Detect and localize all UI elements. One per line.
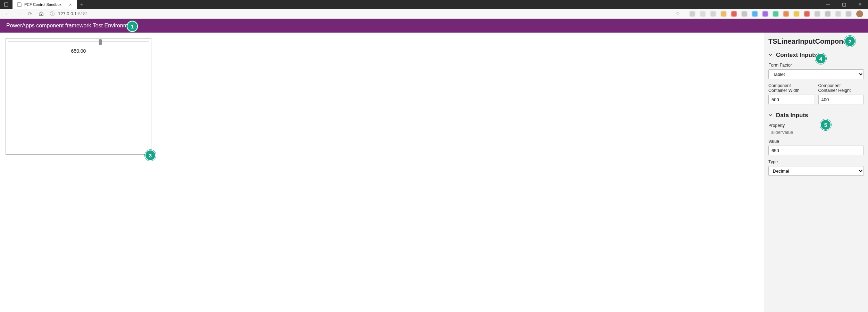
url-host: 127.0.0.1 (58, 11, 77, 16)
chevron-down-icon (768, 52, 773, 59)
browser-tab[interactable]: PCF Control Sandbox × (12, 0, 77, 9)
slider-track (8, 42, 149, 42)
address-bar[interactable]: i 127.0.0.1:8181 (50, 11, 88, 16)
property-name: sliderValue (771, 130, 864, 135)
forward-button[interactable]: → (16, 11, 22, 17)
home-button[interactable] (39, 11, 44, 17)
context-inputs-section: Context Inputs Form Factor Tablet Compon… (768, 52, 864, 104)
height-label: Component Container Height (818, 83, 864, 93)
favorite-button[interactable]: ✩ (676, 11, 680, 16)
minimize-button[interactable]: — (820, 0, 836, 9)
tab-title: PCF Control Sandbox (24, 2, 61, 7)
context-inputs-heading[interactable]: Context Inputs (768, 52, 864, 59)
app-menu-icon[interactable] (0, 0, 12, 9)
url-port: :8181 (77, 11, 88, 16)
data-inputs-label: Data Inputs (776, 112, 808, 119)
browser-titlebar: PCF Control Sandbox × ＋ — ✕ (0, 0, 868, 9)
extension-row (690, 10, 863, 17)
container-height-input[interactable] (818, 95, 864, 104)
slider-thumb[interactable] (99, 39, 102, 45)
type-label: Type (768, 159, 864, 164)
close-window-button[interactable]: ✕ (852, 0, 868, 9)
page-icon (17, 2, 22, 7)
site-info-icon[interactable]: i (50, 11, 55, 16)
design-canvas: 650.00 (0, 33, 764, 312)
data-inputs-section: Data Inputs Property sliderValue Value T… (768, 112, 864, 176)
new-tab-button[interactable]: ＋ (77, 0, 87, 9)
properties-sidebar: TSLinearInputComponent Context Inputs Fo… (764, 33, 868, 312)
component-name: TSLinearInputComponent (768, 37, 864, 45)
tab-close-icon[interactable]: × (69, 2, 72, 7)
refresh-button[interactable]: ⟳ (28, 11, 32, 17)
environment-banner: PowerApps component framework Test Envir… (0, 19, 868, 33)
container-width-input[interactable] (768, 95, 814, 104)
maximize-button[interactable] (836, 0, 852, 9)
svg-rect-0 (5, 3, 8, 6)
value-input[interactable] (768, 146, 864, 155)
form-factor-select[interactable]: Tablet (768, 69, 864, 79)
form-factor-label: Form Factor (768, 63, 864, 68)
type-select[interactable]: Decimal (768, 166, 864, 176)
property-label: Property (768, 123, 864, 128)
slider-value-label: 650.00 (6, 48, 151, 54)
browser-navbar: ← → ⟳ i 127.0.0.1:8181 ✩ (0, 9, 868, 19)
data-inputs-heading[interactable]: Data Inputs (768, 112, 864, 119)
control-container: 650.00 (6, 38, 151, 155)
back-button[interactable]: ← (5, 11, 10, 17)
chevron-down-icon (768, 112, 773, 119)
width-label: Component Container Width (768, 83, 814, 93)
environment-title: PowerApps component framework Test Envir… (6, 23, 135, 29)
svg-rect-1 (843, 3, 846, 6)
context-inputs-label: Context Inputs (776, 52, 817, 59)
profile-avatar[interactable] (856, 10, 863, 17)
value-label: Value (768, 139, 864, 144)
